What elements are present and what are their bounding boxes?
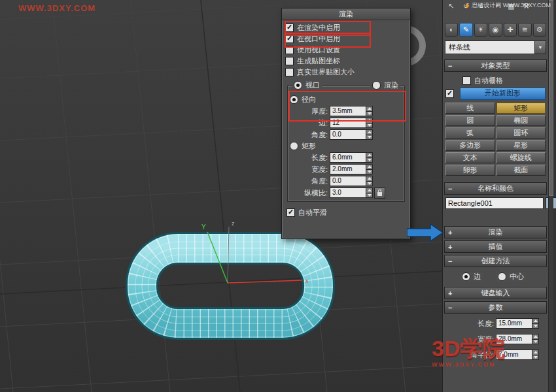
rollout-header-rendering[interactable]: + 渲染 — [444, 226, 547, 238]
rollout-header-creation-method[interactable]: − 创建方法 — [444, 255, 547, 267]
spinner-value[interactable]: 0.0 — [330, 176, 366, 186]
object-name-field[interactable] — [445, 197, 544, 209]
spinner-arrows[interactable] — [532, 318, 539, 329]
rollout-header-interpolation[interactable]: + 插值 — [444, 240, 547, 253]
length-param-spinner[interactable]: 15.0mm — [496, 318, 539, 329]
autogrid-checkbox[interactable] — [462, 76, 471, 85]
spinner-arrows[interactable] — [532, 350, 539, 360]
spinner-down-icon[interactable] — [366, 193, 373, 199]
spinner-arrows[interactable] — [366, 106, 373, 116]
lights-category-icon[interactable]: ☀ — [474, 23, 487, 37]
generate-mapping-coords-row[interactable]: 生成贴图坐标 — [285, 56, 407, 67]
auto-smooth-checkbox[interactable]: ✓ — [287, 208, 295, 217]
edge-radio[interactable]: 边 — [460, 272, 483, 282]
shapes-category-icon[interactable]: ✎ — [459, 23, 472, 37]
generate-mapping-coords-checkbox[interactable] — [285, 57, 294, 65]
spinner-up-icon[interactable] — [366, 106, 373, 111]
autogrid-row[interactable]: 自动栅格 — [462, 74, 548, 86]
rollout-header-keyboard-entry[interactable]: + 键盘输入 — [444, 287, 547, 299]
spinner-down-icon[interactable] — [366, 181, 373, 187]
systems-category-icon[interactable]: ⚙ — [533, 23, 546, 37]
rollout-header-object-type[interactable]: − 对象类型 — [444, 59, 547, 72]
shape-button-section[interactable]: 截面 — [496, 165, 546, 176]
chevron-down-icon[interactable]: ▼ — [534, 41, 546, 54]
spinner-up-icon[interactable] — [366, 164, 373, 169]
enable-in-renderer-checkbox[interactable]: ✓ — [285, 24, 294, 32]
spinner-value[interactable]: 3.0 — [330, 188, 366, 198]
helpers-category-icon[interactable]: ✚ — [504, 23, 517, 37]
auto-smooth-row[interactable]: ✓ 自动平滑 — [285, 207, 407, 218]
shape-button-helix[interactable]: 螺旋线 — [496, 152, 546, 163]
shape-button-rectangle[interactable]: 矩形 — [496, 103, 546, 114]
rollout-header-parameters[interactable]: − 参数 — [444, 301, 547, 314]
sides-spinner[interactable]: 12 — [330, 118, 373, 128]
spinner-value[interactable]: 2.0mm — [330, 164, 366, 174]
shape-button-arc[interactable]: 弧 — [445, 127, 495, 139]
spinner-up-icon[interactable] — [532, 318, 539, 323]
spinner-arrows[interactable] — [532, 334, 539, 344]
realworld-map-size-row[interactable]: 真实世界贴图大小 — [285, 67, 407, 78]
spinner-down-icon[interactable] — [532, 323, 539, 329]
spinner-down-icon[interactable] — [366, 157, 373, 163]
spinner-up-icon[interactable] — [366, 129, 373, 135]
enable-in-viewport-row[interactable]: ✓ 在视口中启用 — [285, 33, 407, 44]
spinner-down-icon[interactable] — [366, 169, 373, 175]
spinner-arrows[interactable] — [366, 176, 373, 186]
spinner-value[interactable]: 15.0mm — [496, 318, 532, 329]
spinner-value[interactable]: 3.5mm — [330, 106, 366, 116]
angle2-spinner[interactable]: 0.0 — [330, 176, 373, 186]
spacewarps-category-icon[interactable]: ≋ — [518, 23, 531, 37]
angle-spinner[interactable]: 0.0 — [330, 129, 373, 140]
enable-in-viewport-checkbox[interactable]: ✓ — [285, 35, 294, 43]
spinner-up-icon[interactable] — [366, 152, 373, 157]
spinner-down-icon[interactable] — [366, 123, 373, 129]
spinner-up-icon[interactable] — [532, 350, 539, 355]
start-new-shape-checkbox[interactable]: ✓ — [445, 90, 454, 98]
shape-button-egg[interactable]: 卵形 — [445, 165, 495, 176]
start-new-shape-button[interactable]: 开始新图形 — [460, 88, 546, 100]
spinner-up-icon[interactable] — [366, 118, 373, 123]
shape-button-text[interactable]: 文本 — [445, 152, 495, 163]
realworld-map-size-checkbox[interactable] — [285, 68, 294, 76]
spinner-arrows[interactable] — [366, 118, 373, 128]
rectangular-radio-row[interactable]: 矩形 — [290, 140, 402, 152]
center-radio[interactable]: 中心 — [496, 272, 526, 282]
rollout-header-name-color[interactable]: − 名称和颜色 — [444, 182, 547, 195]
command-panel-scrollbar[interactable] — [548, 0, 553, 392]
thickness-spinner[interactable]: 3.5mm — [330, 106, 373, 116]
spinner-down-icon[interactable] — [532, 355, 539, 361]
shape-button-circle[interactable]: 圆 — [445, 115, 495, 126]
spinner-value[interactable]: 12 — [330, 118, 366, 128]
renderer-radio[interactable]: 渲染 — [370, 80, 400, 90]
spinner-arrows[interactable] — [366, 188, 373, 198]
scrollbar-thumb[interactable] — [549, 0, 553, 196]
shape-button-star[interactable]: 星形 — [496, 140, 546, 151]
spinner-down-icon[interactable] — [366, 111, 373, 117]
spinner-up-icon[interactable] — [366, 176, 373, 181]
spinner-value[interactable]: 6.0mm — [330, 152, 366, 163]
radial-radio-icon[interactable] — [290, 95, 298, 104]
spinner-up-icon[interactable] — [532, 334, 539, 339]
enable-in-renderer-row[interactable]: ✓ 在渲染中启用 — [285, 22, 407, 33]
viewport-radio[interactable]: 视口 — [292, 80, 322, 90]
use-viewport-settings-row[interactable]: 使用视口设置 — [285, 44, 407, 56]
rectangular-radio-icon[interactable] — [290, 142, 298, 150]
spinner-value[interactable]: 0.0 — [330, 129, 366, 140]
spinner-down-icon[interactable] — [366, 135, 373, 140]
shape-type-dropdown[interactable]: 样条线 ▼ — [445, 41, 546, 54]
render-rollout-title[interactable]: 渲染 — [282, 8, 410, 20]
use-viewport-settings-checkbox[interactable] — [285, 46, 294, 54]
spinner-arrows[interactable] — [366, 152, 373, 163]
length-spinner[interactable]: 6.0mm — [330, 152, 373, 163]
shape-button-ellipse[interactable]: 椭圆 — [496, 115, 546, 126]
cameras-category-icon[interactable]: ◉ — [489, 23, 502, 37]
spinner-up-icon[interactable] — [366, 188, 373, 193]
shape-button-ngon[interactable]: 多边形 — [445, 140, 495, 151]
spinner-arrows[interactable] — [366, 164, 373, 174]
spinner-arrows[interactable] — [366, 129, 373, 140]
radial-radio-row[interactable]: 径向 — [290, 94, 402, 105]
shape-button-donut[interactable]: 圆环 — [496, 127, 546, 139]
spinner-down-icon[interactable] — [532, 339, 539, 345]
aspect-lock-button[interactable] — [374, 188, 385, 199]
geometry-category-icon[interactable]: ◐ — [445, 23, 458, 37]
